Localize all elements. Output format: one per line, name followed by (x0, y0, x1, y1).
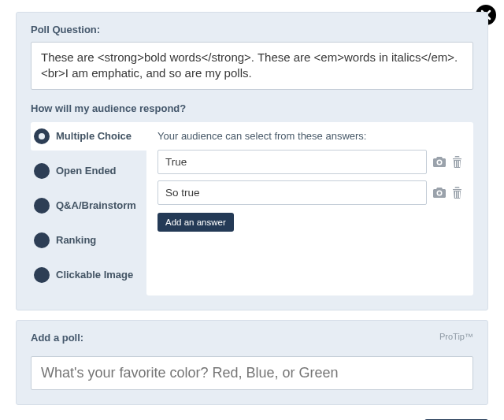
trash-icon[interactable] (452, 187, 462, 199)
trash-icon[interactable] (452, 156, 462, 168)
type-multiple-choice[interactable]: Multiple Choice (31, 122, 147, 151)
poll-question-label: Poll Question: (31, 24, 473, 35)
radio-icon (34, 163, 50, 179)
response-type-list: Multiple Choice Open Ended Q&A/Brainstor… (31, 122, 147, 295)
add-poll-label: Add a poll: (31, 332, 473, 344)
type-open-ended[interactable]: Open Ended (31, 157, 147, 185)
poll-question-input[interactable]: These are <strong>bold words</strong>. T… (31, 42, 473, 90)
radio-icon (34, 232, 50, 248)
answer-row (158, 150, 462, 174)
type-ranking[interactable]: Ranking (31, 226, 147, 255)
type-label: Open Ended (56, 165, 117, 177)
type-label: Clickable Image (56, 269, 133, 281)
type-clickable-image[interactable]: Clickable Image (31, 261, 147, 289)
camera-icon[interactable] (433, 187, 446, 198)
protip-label: ProTip™ (439, 332, 473, 341)
add-poll-input[interactable] (31, 356, 473, 390)
answer-input[interactable] (158, 180, 427, 205)
camera-icon[interactable] (433, 156, 446, 167)
radio-selected-icon (34, 128, 50, 144)
type-qa-brainstorm[interactable]: Q&A/Brainstorm (31, 191, 147, 220)
type-label: Ranking (56, 234, 96, 246)
type-label: Q&A/Brainstorm (56, 199, 136, 211)
poll-editor-card: Poll Question: These are <strong>bold wo… (16, 12, 488, 310)
add-answer-button[interactable]: Add an answer (158, 213, 234, 232)
answer-row (158, 180, 462, 205)
respond-area: Multiple Choice Open Ended Q&A/Brainstor… (31, 122, 473, 295)
answer-input[interactable] (158, 150, 427, 174)
respond-label: How will my audience respond? (31, 102, 473, 114)
radio-icon (34, 267, 50, 283)
answers-panel: Your audience can select from these answ… (146, 122, 473, 295)
radio-icon (34, 198, 50, 214)
footer: Watch the tutorial on creating polls Can… (0, 413, 504, 421)
add-poll-card: Add a poll: ProTip™ (16, 320, 488, 405)
type-label: Multiple Choice (56, 130, 132, 142)
answers-hint: Your audience can select from these answ… (158, 130, 462, 142)
